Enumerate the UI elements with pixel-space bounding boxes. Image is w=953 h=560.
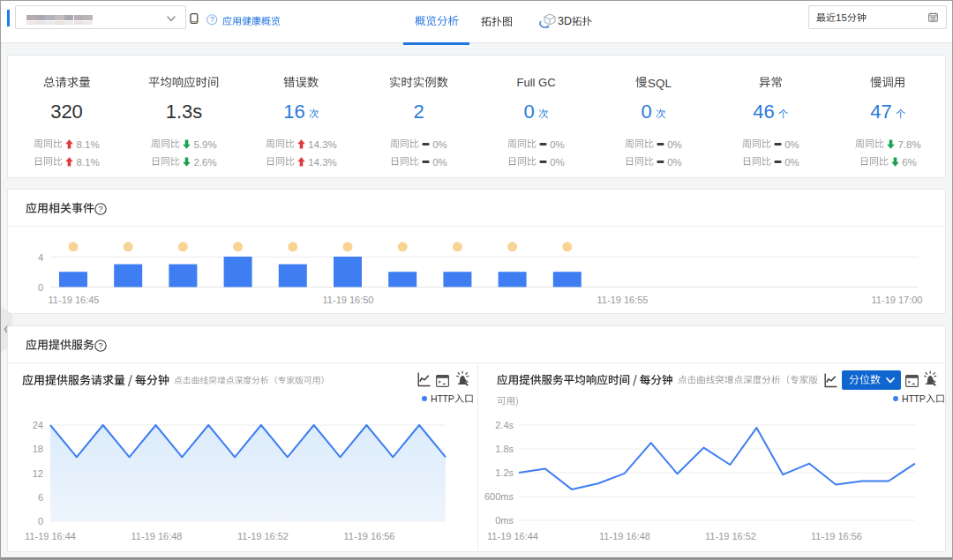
svg-text:4: 4 xyxy=(38,252,43,263)
svg-text:1.2s: 1.2s xyxy=(495,467,514,478)
svg-text:11-19 16:52: 11-19 16:52 xyxy=(705,531,756,541)
svg-text:11-19 16:44: 11-19 16:44 xyxy=(487,531,538,541)
svg-text:11-19 16:55: 11-19 16:55 xyxy=(597,295,649,305)
svg-text:11-19 16:44: 11-19 16:44 xyxy=(25,531,76,541)
svg-text:0: 0 xyxy=(38,516,43,526)
svg-text:11-19 16:56: 11-19 16:56 xyxy=(811,531,862,541)
svg-text:11-19 16:56: 11-19 16:56 xyxy=(344,531,395,541)
svg-text:11-19 16:45: 11-19 16:45 xyxy=(49,295,100,305)
svg-text:18: 18 xyxy=(33,444,43,454)
svg-text:11-19 16:50: 11-19 16:50 xyxy=(323,295,374,305)
svg-text:600ms: 600ms xyxy=(484,491,514,502)
svg-text:11-19 16:52: 11-19 16:52 xyxy=(237,531,289,541)
svg-text:?: ? xyxy=(98,340,102,350)
svg-text:1.8s: 1.8s xyxy=(495,444,514,454)
svg-text:6: 6 xyxy=(38,492,43,503)
svg-text:?: ? xyxy=(98,204,102,213)
svg-text:0ms: 0ms xyxy=(495,515,514,526)
svg-text:12: 12 xyxy=(33,468,43,479)
svg-text:24: 24 xyxy=(33,420,43,430)
svg-text:11-19 17:00: 11-19 17:00 xyxy=(872,295,923,305)
svg-text:?: ? xyxy=(210,15,214,24)
svg-text:11-19 16:48: 11-19 16:48 xyxy=(131,531,183,541)
svg-text:0: 0 xyxy=(38,282,43,293)
svg-text:2.4s: 2.4s xyxy=(495,420,514,430)
svg-text:11-19 16:48: 11-19 16:48 xyxy=(599,531,650,541)
